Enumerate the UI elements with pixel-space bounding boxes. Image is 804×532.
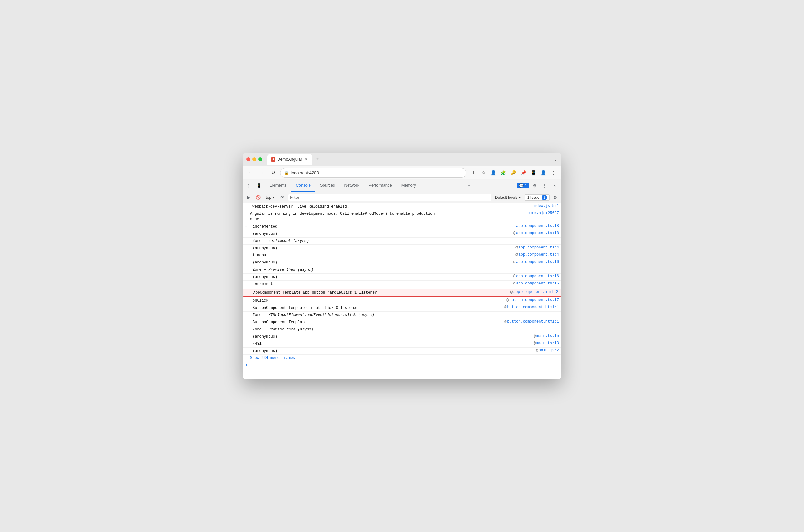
default-levels-dropdown[interactable]: Default levels ▾ [493, 195, 523, 201]
console-line-text: Zone – Promise.then (async) [253, 327, 559, 332]
lock-icon: 🔒 [284, 171, 289, 175]
console-line-source[interactable]: index.js:551 [532, 204, 559, 208]
show-more-frames-link[interactable]: Show 234 more frames [250, 355, 295, 360]
extension-icon[interactable]: 👤 [489, 169, 498, 177]
context-arrow: ▾ [273, 195, 275, 200]
profile-icon[interactable]: 👤 [539, 169, 548, 177]
issues-count: 1 [542, 195, 547, 200]
console-line-source[interactable]: main.js:2 [539, 348, 559, 353]
console-prompt: > [243, 362, 561, 369]
console-line-source[interactable]: app.component.html:2 [513, 290, 558, 294]
console-line: (anonymous) @ app.component.ts:4 [243, 245, 561, 252]
console-line: (anonymous) @ app.component.ts:16 [243, 259, 561, 266]
devtools-actions: 💬 1 ⚙ ⋮ × [517, 181, 559, 190]
more-tabs-button[interactable]: » [463, 179, 474, 192]
device-toolbar-button[interactable]: 📱 [254, 181, 263, 190]
console-line-source[interactable]: app.component.ts:18 [516, 224, 559, 228]
minimize-traffic-light[interactable] [252, 157, 256, 161]
console-line: [webpack-dev-server] Live Reloading enab… [243, 203, 561, 210]
console-line: (anonymous) @ app.component.ts:18 [243, 230, 561, 238]
console-input[interactable] [250, 363, 559, 367]
maximize-traffic-light[interactable] [258, 157, 262, 161]
tab-close-button[interactable]: × [304, 157, 308, 162]
console-line: ButtonComponent_Template @ button.compon… [243, 319, 561, 326]
console-line-source[interactable]: button.component.html:1 [507, 305, 559, 309]
console-line-text: (anonymous) [253, 348, 535, 354]
tab-sources[interactable]: Sources [316, 179, 340, 192]
filter-box[interactable] [288, 194, 492, 201]
devtools-settings-button[interactable]: ⚙ [530, 181, 539, 190]
console-line-text: [webpack-dev-server] Live Reloading enab… [250, 204, 530, 209]
live-expression-button[interactable]: 👁 [279, 194, 286, 201]
issues-badge[interactable]: 1 Issue: 1 [524, 194, 550, 201]
bookmark-icon[interactable]: ☆ [479, 169, 487, 177]
console-line-text: Zone – Promise.then (async) [253, 267, 559, 272]
title-bar: A DemoAngular × + ⌄ [243, 153, 561, 166]
console-line-source[interactable]: button.component.html:1 [507, 320, 559, 324]
console-line: (anonymous) @ main.js:2 [243, 347, 561, 355]
address-bar[interactable]: 🔒 localhost:4200 [280, 168, 466, 177]
console-line-text: incremented [253, 224, 514, 229]
show-more-frames-line: Show 234 more frames [243, 355, 561, 362]
console-line: Zone – setTimeout (async) [243, 238, 561, 245]
badge-count: 1 [525, 184, 527, 188]
execute-button[interactable]: ▶ [245, 194, 253, 201]
prompt-arrow-icon: > [245, 363, 248, 368]
url-text: localhost:4200 [291, 170, 462, 175]
filter-input[interactable] [288, 194, 491, 201]
console-line-source[interactable]: app.component.ts:15 [516, 281, 559, 286]
extensions-icon[interactable]: 🧩 [499, 169, 508, 177]
devtools-kebab-button[interactable]: ⋮ [540, 181, 549, 190]
console-line-source[interactable]: main.ts:13 [536, 341, 559, 345]
chat-icon: 💬 [519, 184, 523, 188]
active-tab[interactable]: A DemoAngular × [267, 154, 312, 165]
console-line-source[interactable]: button.component.ts:17 [510, 298, 559, 302]
close-traffic-light[interactable] [246, 157, 250, 161]
element-picker-button[interactable]: ⬚ [245, 181, 254, 190]
tab-menu-button[interactable]: ⌄ [554, 156, 558, 162]
tab-memory[interactable]: Memory [397, 179, 420, 192]
issues-label: 1 Issue: [528, 195, 540, 200]
console-line-text: (anonymous) [253, 231, 513, 236]
console-line-text: ButtonComponent_Template_input_click_0_l… [253, 305, 503, 311]
context-dropdown[interactable]: top ▾ [264, 194, 276, 201]
console-line-source[interactable]: app.component.ts:16 [516, 260, 559, 264]
back-button[interactable]: ← [246, 169, 255, 177]
devtools-panel: ⬚ 📱 Elements Console Sources Network Per… [243, 179, 561, 379]
console-line: (anonymous) @ app.component.ts:16 [243, 273, 561, 281]
console-line-text: AppComponent_Template_app_button_handleC… [253, 290, 510, 296]
refresh-button[interactable]: ↺ [269, 169, 277, 177]
console-line-source[interactable]: app.component.ts:4 [518, 245, 559, 250]
clear-console-button[interactable]: 🚫 [254, 194, 262, 201]
console-line-text: Zone – setTimeout (async) [253, 238, 559, 244]
console-line-text: (anonymous) [253, 274, 513, 280]
tab-console[interactable]: Console [291, 179, 315, 192]
console-line-source[interactable]: main.ts:15 [536, 334, 559, 338]
devtools-close-button[interactable]: × [550, 181, 559, 190]
forward-button[interactable]: → [257, 169, 266, 177]
menu-icon[interactable]: ⋮ [549, 169, 558, 177]
console-line-source[interactable]: app.component.ts:16 [516, 274, 559, 279]
console-settings-button[interactable]: ⚙ [551, 194, 559, 201]
console-line-text: increment [253, 281, 513, 287]
console-line-source[interactable]: core.mjs:25627 [528, 211, 559, 215]
tab-network[interactable]: Network [340, 179, 364, 192]
console-line: (anonymous) @ main.ts:15 [243, 333, 561, 340]
share-icon[interactable]: ⬆ [469, 169, 478, 177]
console-line-source[interactable]: app.component.ts:18 [516, 231, 559, 235]
console-messages-badge[interactable]: 💬 1 [517, 183, 529, 189]
console-line-source[interactable]: app.component.ts:4 [518, 252, 559, 257]
console-line-text: (anonymous) [253, 260, 513, 265]
console-line: Zone – Promise.then (async) [243, 326, 561, 333]
context-label: top [266, 195, 271, 200]
devtools-header: ⬚ 📱 Elements Console Sources Network Per… [243, 179, 561, 192]
console-toolbar: ▶ 🚫 top ▾ 👁 Default levels ▾ 1 Issue: 1 … [243, 192, 561, 203]
new-tab-button[interactable]: + [313, 155, 322, 164]
cast-icon[interactable]: 📱 [529, 169, 538, 177]
tab-performance[interactable]: Performance [364, 179, 396, 192]
google-account-icon[interactable]: 🔑 [509, 169, 518, 177]
console-line: increment @ app.component.ts:15 [243, 281, 561, 288]
pin-icon[interactable]: 📌 [519, 169, 528, 177]
expand-icon[interactable]: ▾ [245, 224, 247, 228]
tab-elements[interactable]: Elements [265, 179, 291, 192]
